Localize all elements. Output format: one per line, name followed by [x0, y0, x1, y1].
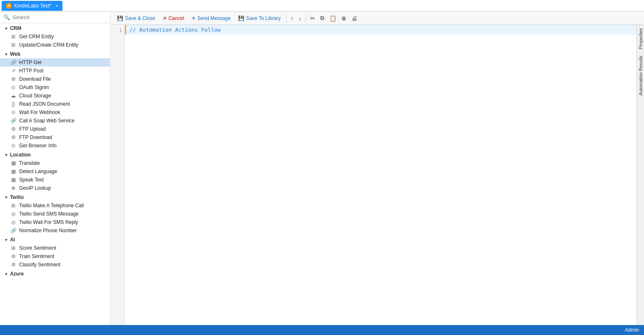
score-sentiment-icon: ⊞ — [10, 245, 17, 251]
azure-label: Azure — [10, 271, 24, 277]
sidebar-item-translate[interactable]: ▦ Translate — [0, 159, 110, 167]
sidebar-item-detect-language[interactable]: ▦ Detect Language — [0, 167, 110, 176]
classify-sentiment-label: Classify Sentiment — [19, 262, 60, 268]
get-browser-info-icon: ⊙ — [10, 143, 17, 149]
properties-tab[interactable]: Properties — [637, 25, 644, 52]
sidebar-item-twilio-call[interactable]: ⊞ Twilio Make A Telephone Call — [0, 201, 110, 210]
editor-line-1-text: // Automation Actions Follow — [129, 26, 221, 34]
ftp-upload-label: FTP Upload — [19, 126, 46, 132]
right-panel: Properties Automation Results — [637, 25, 644, 325]
http-get-label: HTTP Get — [19, 60, 42, 65]
move-up-button[interactable]: ↑ — [288, 14, 296, 23]
sidebar-item-oauth-signin[interactable]: ⊙ OAuth SignIn — [0, 83, 110, 92]
sidebar-item-ftp-download[interactable]: ⚙ FTP Download — [0, 133, 110, 141]
download-file-icon: ⚙ — [10, 76, 17, 82]
send-message-button[interactable]: ✈ Send Message — [188, 14, 234, 22]
move-down-button[interactable]: ↓ — [296, 14, 303, 23]
cloud-storage-label: Cloud Storage — [19, 93, 51, 99]
update-crm-entity-label: Update/Create CRM Entity — [19, 42, 78, 48]
read-json-label: Read JSON Document — [19, 101, 70, 107]
cancel-button[interactable]: ✕ Cancel — [159, 14, 187, 22]
twilio-sms-label: Twilio Send SMS Message — [19, 211, 79, 217]
twilio-call-label: Twilio Make A Telephone Call — [19, 203, 84, 208]
editor-area: 1 // Automation Actions Follow Propertie… — [110, 25, 644, 325]
sidebar-item-geoip-lookup[interactable]: ⊕ GeoIP Lookup — [0, 184, 110, 192]
section-twilio[interactable]: ▼ Twilio — [0, 192, 110, 201]
copy-button[interactable]: ⧉ — [318, 13, 326, 23]
section-web[interactable]: ▼ Web — [0, 49, 110, 58]
section-crm[interactable]: ▼ CRM — [0, 23, 110, 32]
get-crm-entity-icon: ⊞ — [10, 34, 17, 40]
tab-close-button[interactable]: × — [55, 3, 58, 8]
search-bar: 🔍 — [0, 12, 110, 23]
sidebar-item-http-get[interactable]: 🔗 HTTP Get — [0, 58, 110, 67]
sidebar-item-score-sentiment[interactable]: ⊞ Score Sentiment — [0, 244, 110, 252]
normalize-phone-label: Normalize Phone Number — [19, 228, 77, 233]
oauth-signin-label: OAuth SignIn — [19, 84, 49, 90]
save-to-library-button[interactable]: 💾 Save To Library — [235, 14, 284, 22]
http-get-icon: 🔗 — [10, 60, 17, 65]
toolbar: 💾 Save & Close ✕ Cancel ✈ Send Message 💾… — [110, 12, 644, 25]
save-close-button[interactable]: 💾 Save & Close — [114, 14, 159, 22]
delete-button[interactable]: ⊗ — [339, 14, 348, 23]
get-crm-entity-label: Get CRM Entity — [19, 34, 54, 40]
save-close-icon: 💾 — [117, 15, 123, 21]
sidebar-item-wait-webhook[interactable]: ⊙ Wait For Webhook — [0, 108, 110, 117]
send-icon: ✈ — [191, 15, 196, 21]
print-button[interactable]: 🖨 — [349, 14, 359, 23]
content-area: 💾 Save & Close ✕ Cancel ✈ Send Message 💾… — [110, 12, 644, 325]
sidebar-item-update-crm-entity[interactable]: ⊞ Update/Create CRM Entity — [0, 41, 110, 49]
speak-text-label: Speak Text — [19, 177, 44, 183]
toolbar-separator-2 — [306, 14, 306, 22]
score-sentiment-label: Score Sentiment — [19, 245, 56, 251]
twilio-wait-sms-icon: ◎ — [10, 219, 17, 225]
main-layout: 🔍 ▼ CRM ⊞ Get CRM Entity ⊞ Update/Create… — [0, 12, 644, 325]
paste-button[interactable]: 📋 — [327, 14, 338, 23]
sidebar-item-twilio-sms[interactable]: ◎ Twilio Send SMS Message — [0, 210, 110, 218]
section-azure[interactable]: ▼ Azure — [0, 269, 110, 278]
automation-results-tab[interactable]: Automation Results — [637, 52, 644, 99]
read-json-icon: {} — [10, 101, 17, 107]
sidebar-item-http-post[interactable]: ↗ HTTP Post — [0, 67, 110, 75]
twilio-arrow-icon: ▼ — [4, 195, 8, 200]
soap-label: Call A Soap Web Service — [19, 118, 75, 124]
train-sentiment-label: Train Sentiment — [19, 253, 54, 259]
crm-label: CRM — [10, 25, 21, 31]
wait-webhook-icon: ⊙ — [10, 109, 17, 115]
footer: Admin — [0, 325, 644, 335]
detect-language-label: Detect Language — [19, 169, 57, 174]
speak-text-icon: ▦ — [10, 177, 17, 183]
ftp-upload-icon: ⚙ — [10, 126, 17, 132]
classify-sentiment-icon: ⚙ — [10, 262, 17, 268]
ai-label: AI — [10, 237, 15, 243]
ftp-download-icon: ⚙ — [10, 134, 17, 140]
twilio-sms-icon: ◎ — [10, 211, 17, 217]
editor-content[interactable]: // Automation Actions Follow — [125, 25, 637, 325]
twilio-call-icon: ⊞ — [10, 203, 17, 208]
title-bar: ★ KindleLabs Test* × — [0, 0, 644, 12]
sidebar-item-download-file[interactable]: ⚙ Download File — [0, 75, 110, 83]
search-input[interactable] — [12, 14, 107, 20]
sidebar-item-soap[interactable]: 🔗 Call A Soap Web Service — [0, 117, 110, 125]
sidebar-item-read-json[interactable]: {} Read JSON Document — [0, 100, 110, 108]
sidebar-item-classify-sentiment[interactable]: ⚙ Classify Sentiment — [0, 261, 110, 269]
azure-arrow-icon: ▼ — [4, 272, 8, 276]
sidebar-item-get-browser-info[interactable]: ⊙ Get Browser Info — [0, 141, 110, 150]
train-sentiment-icon: ⚙ — [10, 253, 17, 259]
sidebar-item-speak-text[interactable]: ▦ Speak Text — [0, 176, 110, 184]
cut-button[interactable]: ✂ — [308, 14, 317, 23]
sidebar-item-normalize-phone[interactable]: 🔗 Normalize Phone Number — [0, 226, 110, 235]
footer-user: Admin — [625, 327, 639, 333]
geoip-label: GeoIP Lookup — [19, 185, 51, 191]
sidebar-item-twilio-wait-sms[interactable]: ◎ Twilio Wait For SMS Reply — [0, 218, 110, 226]
ai-arrow-icon: ▼ — [4, 238, 8, 242]
sidebar-item-get-crm-entity[interactable]: ⊞ Get CRM Entity — [0, 32, 110, 41]
sidebar: 🔍 ▼ CRM ⊞ Get CRM Entity ⊞ Update/Create… — [0, 12, 110, 325]
section-ai[interactable]: ▼ AI — [0, 235, 110, 244]
sidebar-item-train-sentiment[interactable]: ⚙ Train Sentiment — [0, 252, 110, 261]
detect-language-icon: ▦ — [10, 169, 17, 174]
sidebar-item-cloud-storage[interactable]: ☁ Cloud Storage — [0, 92, 110, 100]
sidebar-item-ftp-upload[interactable]: ⚙ FTP Upload — [0, 125, 110, 133]
tab-kindlelabs[interactable]: ★ KindleLabs Test* × — [2, 1, 62, 11]
section-location[interactable]: ▼ Location — [0, 150, 110, 159]
